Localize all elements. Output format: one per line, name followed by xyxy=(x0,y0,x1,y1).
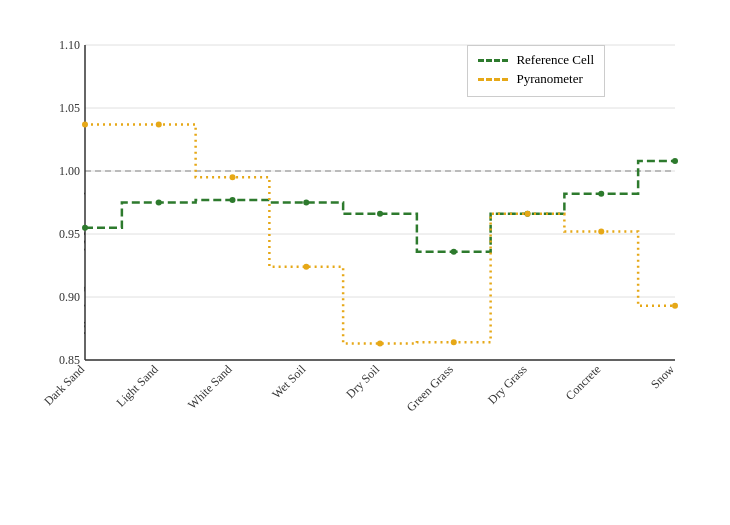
svg-point-33 xyxy=(672,158,678,164)
legend-line-pyranometer xyxy=(478,78,508,81)
svg-text:1.10: 1.10 xyxy=(59,38,80,52)
svg-point-39 xyxy=(451,339,457,345)
svg-point-37 xyxy=(303,264,309,270)
legend-item-reference: Reference Cell xyxy=(478,52,594,68)
svg-text:0.90: 0.90 xyxy=(59,290,80,304)
svg-text:Wet Soil: Wet Soil xyxy=(269,362,309,402)
svg-text:Green Grass: Green Grass xyxy=(404,362,456,414)
svg-point-32 xyxy=(598,191,604,197)
svg-point-28 xyxy=(303,200,309,206)
svg-text:Concrete: Concrete xyxy=(563,362,604,403)
legend-label-pyranometer: Pyranometer xyxy=(516,71,582,87)
svg-text:Dry Soil: Dry Soil xyxy=(343,362,382,401)
svg-text:Light Sand: Light Sand xyxy=(113,362,160,409)
svg-point-38 xyxy=(377,341,383,347)
legend-label-reference: Reference Cell xyxy=(516,52,594,68)
svg-point-30 xyxy=(451,249,457,255)
svg-point-34 xyxy=(82,121,88,127)
svg-point-27 xyxy=(230,197,236,203)
svg-text:1.05: 1.05 xyxy=(59,101,80,115)
svg-point-40 xyxy=(525,211,531,217)
svg-point-41 xyxy=(598,228,604,234)
svg-point-36 xyxy=(230,174,236,180)
svg-text:Dark Sand: Dark Sand xyxy=(41,362,87,408)
svg-text:0.95: 0.95 xyxy=(59,227,80,241)
svg-point-26 xyxy=(156,200,162,206)
legend-box: Reference Cell Pyranometer xyxy=(467,45,605,97)
svg-text:Dry Grass: Dry Grass xyxy=(485,362,530,407)
chart-area: 0.850.900.951.001.051.10Dark SandLight S… xyxy=(75,25,705,440)
legend-item-pyranometer: Pyranometer xyxy=(478,71,594,87)
legend-line-reference xyxy=(478,59,508,62)
svg-text:Snow: Snow xyxy=(648,362,677,391)
svg-text:1.00: 1.00 xyxy=(59,164,80,178)
svg-point-35 xyxy=(156,121,162,127)
svg-point-25 xyxy=(82,225,88,231)
chart-container: Albedo Spectral Mismatch 0.850.900.951.0… xyxy=(5,5,725,520)
chart-svg: 0.850.900.951.001.051.10Dark SandLight S… xyxy=(75,25,705,440)
svg-text:White Sand: White Sand xyxy=(185,362,235,412)
svg-point-29 xyxy=(377,211,383,217)
svg-point-42 xyxy=(672,303,678,309)
